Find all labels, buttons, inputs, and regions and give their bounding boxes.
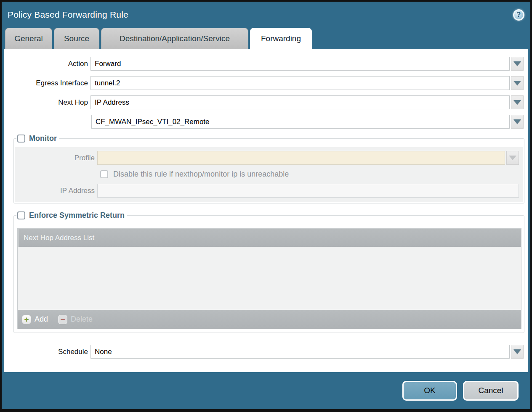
monitor-checkbox[interactable] bbox=[17, 135, 25, 143]
next-hop-address-list-header: Next Hop Address List bbox=[18, 229, 521, 247]
tab-source[interactable]: Source bbox=[54, 28, 99, 49]
egress-interface-label: Egress Interface bbox=[4, 79, 88, 87]
enforce-symmetric-return-fieldset: Enforce Symmetric Return Next Hop Addres… bbox=[13, 211, 524, 333]
chevron-down-icon bbox=[513, 61, 521, 66]
monitor-legend-label: Monitor bbox=[29, 134, 57, 143]
next-hop-address-dropdown-button[interactable] bbox=[511, 115, 524, 129]
egress-interface-select[interactable]: tunnel.2 bbox=[90, 76, 510, 90]
next-hop-select[interactable]: IP Address bbox=[90, 95, 510, 109]
monitor-legend: Monitor bbox=[16, 134, 59, 143]
action-label: Action bbox=[4, 60, 88, 68]
schedule-label: Schedule bbox=[4, 348, 88, 356]
profile-label: Profile bbox=[15, 154, 95, 162]
disable-rule-row: Disable this rule if nexthop/monitor ip … bbox=[100, 170, 523, 179]
enforce-symmetric-return-label: Enforce Symmetric Return bbox=[29, 211, 125, 220]
dialog-title: Policy Based Forwarding Rule bbox=[8, 10, 513, 20]
minus-icon: − bbox=[58, 315, 67, 324]
action-select[interactable]: Forward bbox=[90, 57, 510, 71]
forwarding-tab-panel: Action Forward Egress Interface tunnel.2… bbox=[4, 49, 528, 372]
profile-row: Profile bbox=[15, 151, 523, 165]
monitor-ip-address-input bbox=[97, 184, 519, 198]
dialog-titlebar: Policy Based Forwarding Rule ? bbox=[2, 2, 530, 28]
tab-general[interactable]: General bbox=[5, 28, 52, 49]
dialog-footer: OK Cancel bbox=[2, 372, 530, 409]
next-hop-label: Next Hop bbox=[4, 98, 88, 107]
monitor-ip-address-row: IP Address bbox=[15, 184, 523, 198]
next-hop-address-row: CF_MWAN_IPsec_VTI_02_Remote bbox=[4, 115, 528, 129]
policy-based-forwarding-dialog: Policy Based Forwarding Rule ? General S… bbox=[2, 2, 530, 409]
monitor-fieldset: Monitor Profile Disable this rule if nex… bbox=[13, 134, 524, 203]
enforce-symmetric-return-legend: Enforce Symmetric Return bbox=[16, 211, 127, 220]
tab-destination-application-service-label: Destination/Application/Service bbox=[120, 34, 230, 43]
add-button[interactable]: + Add bbox=[22, 315, 48, 324]
next-hop-address-list-body[interactable] bbox=[18, 247, 521, 310]
delete-button: − Delete bbox=[58, 315, 93, 324]
tab-general-label: General bbox=[14, 34, 43, 43]
schedule-row: Schedule None bbox=[4, 345, 528, 359]
next-hop-address-list-table: Next Hop Address List + Add − Delete bbox=[17, 228, 521, 329]
chevron-down-icon bbox=[509, 156, 516, 160]
tab-destination-application-service[interactable]: Destination/Application/Service bbox=[101, 28, 248, 49]
chevron-down-icon bbox=[513, 349, 521, 354]
egress-interface-row: Egress Interface tunnel.2 bbox=[4, 76, 528, 90]
next-hop-dropdown-button[interactable] bbox=[511, 95, 524, 109]
tab-forwarding[interactable]: Forwarding bbox=[250, 28, 312, 49]
next-hop-address-list-toolbar: + Add − Delete bbox=[18, 310, 521, 329]
plus-icon: + bbox=[22, 315, 31, 324]
enforce-symmetric-return-checkbox[interactable] bbox=[17, 211, 25, 219]
tab-forwarding-label: Forwarding bbox=[261, 34, 301, 43]
next-hop-row: Next Hop IP Address bbox=[4, 95, 528, 109]
delete-button-label: Delete bbox=[71, 315, 93, 324]
tab-source-label: Source bbox=[64, 34, 89, 43]
monitor-ip-address-label: IP Address bbox=[15, 187, 95, 195]
next-hop-address-select[interactable]: CF_MWAN_IPsec_VTI_02_Remote bbox=[91, 115, 510, 129]
disable-rule-checkbox bbox=[100, 170, 108, 178]
schedule-select[interactable]: None bbox=[90, 345, 510, 359]
add-button-label: Add bbox=[35, 315, 48, 324]
monitor-panel: Profile Disable this rule if nexthop/mon… bbox=[15, 147, 523, 202]
chevron-down-icon bbox=[513, 119, 521, 124]
profile-dropdown-button bbox=[506, 151, 519, 165]
action-dropdown-button[interactable] bbox=[511, 57, 524, 71]
action-row: Action Forward bbox=[4, 57, 528, 71]
cancel-button[interactable]: Cancel bbox=[463, 381, 519, 401]
disable-rule-label: Disable this rule if nexthop/monitor ip … bbox=[113, 170, 289, 179]
schedule-dropdown-button[interactable] bbox=[511, 345, 524, 359]
chevron-down-icon bbox=[513, 100, 521, 105]
egress-interface-dropdown-button[interactable] bbox=[511, 76, 524, 90]
tab-bar: General Source Destination/Application/S… bbox=[2, 28, 530, 49]
profile-select bbox=[97, 151, 505, 165]
ok-button[interactable]: OK bbox=[402, 381, 457, 401]
chevron-down-icon bbox=[513, 81, 521, 85]
help-icon[interactable]: ? bbox=[513, 9, 524, 21]
